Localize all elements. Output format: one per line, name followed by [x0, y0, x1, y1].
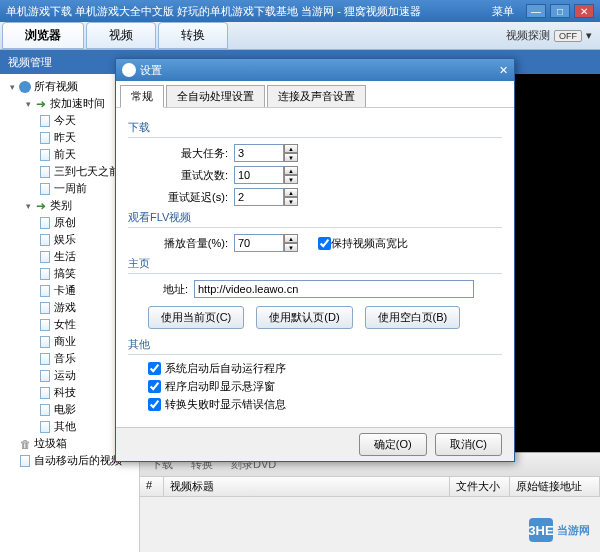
- spin-down-icon[interactable]: ▼: [284, 197, 298, 206]
- other-section: 其他: [128, 337, 502, 355]
- video-detect-state: OFF: [554, 30, 582, 42]
- window-title: 单机游戏下载 单机游戏大全中文版 好玩的单机游戏下载基地 当游网 - 狸窝视频加…: [6, 4, 492, 19]
- doc-icon: [40, 183, 50, 195]
- dialog-footer: 确定(O) 取消(C): [116, 427, 514, 461]
- tab-browser[interactable]: 浏览器: [2, 22, 84, 49]
- doc-icon: [40, 149, 50, 161]
- doc-icon: [40, 251, 50, 263]
- max-tasks-spinner[interactable]: ▲▼: [234, 144, 298, 162]
- floatwin-checkbox[interactable]: [148, 380, 161, 393]
- dialog-tabs: 常规 全自动处理设置 连接及声音设置: [116, 81, 514, 108]
- download-section: 下载: [128, 120, 502, 138]
- spin-down-icon[interactable]: ▼: [284, 175, 298, 184]
- col-origin[interactable]: 原始链接地址: [510, 477, 600, 496]
- doc-icon: [40, 370, 50, 382]
- url-label: 地址:: [148, 282, 188, 297]
- doc-icon: [40, 234, 50, 246]
- use-blank-button[interactable]: 使用空白页(B): [365, 306, 461, 329]
- titlebar: 单机游戏下载 单机游戏大全中文版 好玩的单机游戏下载基地 当游网 - 狸窝视频加…: [0, 0, 600, 22]
- dropdown-icon: ▾: [586, 29, 592, 42]
- retry-delay-label: 重试延迟(s):: [148, 190, 228, 205]
- settings-dialog: 设置 ✕ 常规 全自动处理设置 连接及声音设置 下载 最大任务: ▲▼ 重试次数…: [115, 58, 515, 462]
- dialog-title: 设置: [140, 63, 499, 78]
- keep-ratio-label: 保持视频高宽比: [331, 236, 408, 251]
- menu-button[interactable]: 菜单: [492, 4, 514, 19]
- showerror-checkbox[interactable]: [148, 398, 161, 411]
- col-title[interactable]: 视频标题: [164, 477, 450, 496]
- tab-auto[interactable]: 全自动处理设置: [166, 85, 265, 107]
- trash-icon: 🗑: [18, 437, 32, 451]
- table-header: # 视频标题 文件大小 原始链接地址: [140, 477, 600, 497]
- tab-conn[interactable]: 连接及声音设置: [267, 85, 366, 107]
- globe-icon: [19, 81, 31, 93]
- dialog-close-icon[interactable]: ✕: [499, 64, 508, 77]
- video-detect-toggle[interactable]: 视频探测 OFF ▾: [506, 28, 592, 43]
- floatwin-label: 程序启动即显示悬浮窗: [165, 379, 275, 394]
- home-section: 主页: [128, 256, 502, 274]
- video-detect-label: 视频探测: [506, 28, 550, 43]
- ok-button[interactable]: 确定(O): [359, 433, 427, 456]
- showerror-label: 转换失败时显示错误信息: [165, 397, 286, 412]
- doc-icon: [40, 115, 50, 127]
- col-size[interactable]: 文件大小: [450, 477, 510, 496]
- volume-spinner[interactable]: ▲▼: [234, 234, 298, 252]
- retry-count-spinner[interactable]: ▲▼: [234, 166, 298, 184]
- retry-count-input[interactable]: [234, 166, 284, 184]
- volume-label: 播放音量(%):: [148, 236, 228, 251]
- spin-up-icon[interactable]: ▲: [284, 188, 298, 197]
- spin-down-icon[interactable]: ▼: [284, 153, 298, 162]
- watermark-text: 当游网: [557, 523, 590, 538]
- arrow-icon: ➜: [34, 199, 48, 213]
- tab-general[interactable]: 常规: [120, 85, 164, 108]
- max-tasks-input[interactable]: [234, 144, 284, 162]
- homepage-url-input[interactable]: [194, 280, 474, 298]
- doc-icon: [20, 455, 30, 467]
- doc-icon: [40, 387, 50, 399]
- watermark-icon: 3HE: [529, 518, 553, 542]
- dialog-body: 下载 最大任务: ▲▼ 重试次数: ▲▼ 重试延迟(s): ▲▼ 观看FLV视频…: [116, 108, 514, 427]
- doc-icon: [40, 268, 50, 280]
- retry-count-label: 重试次数:: [148, 168, 228, 183]
- video-mgmt-label: 视频管理: [8, 55, 52, 70]
- use-current-button[interactable]: 使用当前页(C): [148, 306, 244, 329]
- max-tasks-label: 最大任务:: [148, 146, 228, 161]
- use-default-button[interactable]: 使用默认页(D): [256, 306, 352, 329]
- main-tabs-row: 浏览器 视频 转换 视频探测 OFF ▾: [0, 22, 600, 50]
- dialog-titlebar: 设置 ✕: [116, 59, 514, 81]
- col-sharp[interactable]: #: [140, 477, 164, 496]
- keep-ratio-checkbox[interactable]: [318, 237, 331, 250]
- flv-section: 观看FLV视频: [128, 210, 502, 228]
- minimize-button[interactable]: —: [526, 4, 546, 18]
- retry-delay-spinner[interactable]: ▲▼: [234, 188, 298, 206]
- window-controls: — □ ✕: [526, 4, 594, 18]
- doc-icon: [40, 319, 50, 331]
- watermark: 3HE 当游网: [529, 518, 590, 542]
- doc-icon: [40, 132, 50, 144]
- spin-up-icon[interactable]: ▲: [284, 234, 298, 243]
- doc-icon: [40, 404, 50, 416]
- tab-convert[interactable]: 转换: [158, 22, 228, 49]
- volume-input[interactable]: [234, 234, 284, 252]
- doc-icon: [40, 217, 50, 229]
- doc-icon: [40, 421, 50, 433]
- maximize-button[interactable]: □: [550, 4, 570, 18]
- spin-down-icon[interactable]: ▼: [284, 243, 298, 252]
- doc-icon: [40, 166, 50, 178]
- app-icon: [122, 63, 136, 77]
- doc-icon: [40, 302, 50, 314]
- autorun-label: 系统启动后自动运行程序: [165, 361, 286, 376]
- spin-up-icon[interactable]: ▲: [284, 166, 298, 175]
- retry-delay-input[interactable]: [234, 188, 284, 206]
- spin-up-icon[interactable]: ▲: [284, 144, 298, 153]
- doc-icon: [40, 285, 50, 297]
- tab-video[interactable]: 视频: [86, 22, 156, 49]
- doc-icon: [40, 353, 50, 365]
- close-button[interactable]: ✕: [574, 4, 594, 18]
- doc-icon: [40, 336, 50, 348]
- cancel-button[interactable]: 取消(C): [435, 433, 502, 456]
- autorun-checkbox[interactable]: [148, 362, 161, 375]
- arrow-icon: ➜: [34, 97, 48, 111]
